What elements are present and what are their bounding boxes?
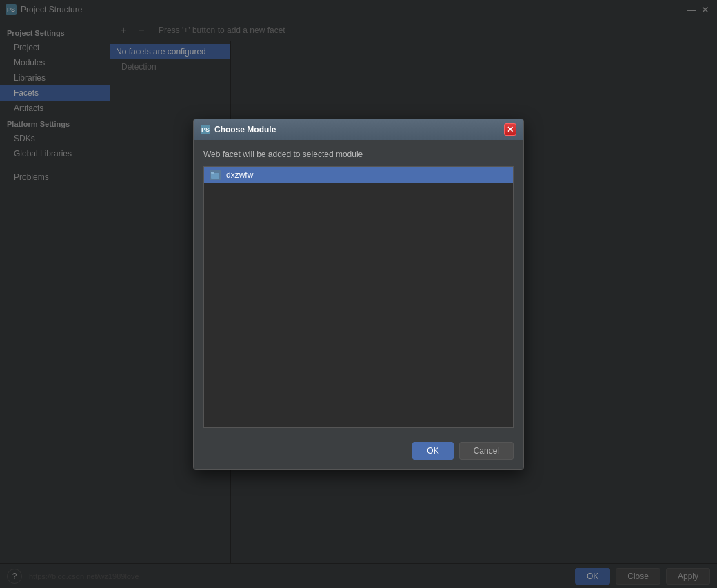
- dialog-cancel-button[interactable]: Cancel: [459, 442, 514, 460]
- module-icon: [210, 170, 221, 180]
- dialog-footer: OK Cancel: [194, 435, 523, 469]
- dialog-title: Choose Module: [214, 125, 276, 134]
- module-list-item[interactable]: dxzwfw: [204, 167, 513, 183]
- svg-rect-1: [211, 172, 214, 174]
- dialog-close-button[interactable]: ✕: [504, 123, 516, 136]
- choose-module-dialog: PS Choose Module ✕ Web facet will be add…: [193, 119, 524, 470]
- dialog-ok-button[interactable]: OK: [412, 442, 453, 460]
- dialog-module-list[interactable]: dxzwfw: [203, 166, 514, 428]
- dialog-icon: PS: [201, 125, 210, 134]
- modal-overlay: PS Choose Module ✕ Web facet will be add…: [0, 0, 717, 588]
- module-name: dxzwfw: [226, 170, 253, 180]
- dialog-body: Web facet will be added to selected modu…: [194, 140, 523, 435]
- dialog-titlebar: PS Choose Module ✕: [194, 119, 523, 140]
- dialog-title-left: PS Choose Module: [201, 125, 276, 134]
- dialog-subtitle: Web facet will be added to selected modu…: [203, 150, 514, 159]
- svg-rect-0: [211, 173, 219, 179]
